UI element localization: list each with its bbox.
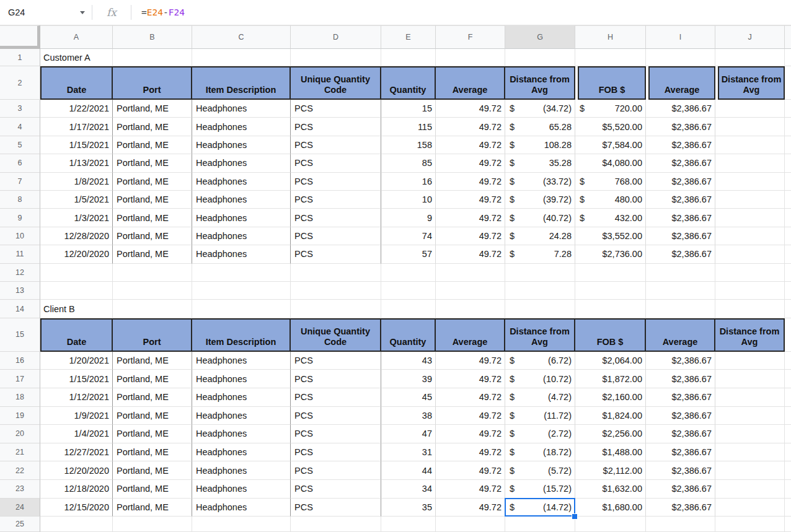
- cell-partial-14[interactable]: [785, 300, 791, 318]
- cell-E13[interactable]: [381, 282, 436, 300]
- cell-J17[interactable]: [715, 370, 785, 388]
- column-header-D[interactable]: D: [291, 25, 381, 49]
- cell-F18[interactable]: 49.72: [436, 388, 505, 407]
- row-header-16[interactable]: 16: [0, 352, 40, 370]
- cell-partial-10[interactable]: [785, 227, 791, 245]
- cell-I10[interactable]: $2,386.67: [646, 227, 715, 245]
- cell-partial-24[interactable]: [785, 499, 791, 517]
- cell-F12[interactable]: [436, 264, 505, 282]
- cell-E3[interactable]: 15: [381, 100, 436, 118]
- cell-D9[interactable]: PCS: [291, 209, 381, 227]
- cell-C6[interactable]: Headphones: [192, 154, 291, 172]
- row-header-24[interactable]: 24: [0, 499, 40, 517]
- cell-I16[interactable]: $2,386.67: [646, 352, 715, 370]
- cell-C17[interactable]: Headphones: [192, 370, 291, 388]
- cell-F21[interactable]: 49.72: [436, 443, 505, 462]
- cell-B11[interactable]: Portland, ME: [113, 245, 192, 263]
- cell-I3[interactable]: $2,386.67: [646, 100, 715, 118]
- cell-E12[interactable]: [381, 264, 436, 282]
- cell-partial-17[interactable]: [785, 370, 791, 388]
- cell-B6[interactable]: Portland, ME: [113, 154, 192, 172]
- cell-E6[interactable]: 85: [381, 154, 436, 172]
- cell-partial-9[interactable]: [785, 209, 791, 227]
- cell-J4[interactable]: [715, 118, 785, 136]
- cell-H5[interactable]: $7,584.00: [575, 136, 646, 154]
- cell-H21[interactable]: $1,488.00: [575, 443, 646, 462]
- cell-J22[interactable]: [715, 461, 785, 480]
- cell-C9[interactable]: Headphones: [192, 209, 291, 227]
- cell-partial-6[interactable]: [785, 154, 791, 172]
- cell-C10[interactable]: Headphones: [192, 227, 291, 245]
- cell-G22[interactable]: $(5.72): [505, 461, 575, 480]
- cell-D6[interactable]: PCS: [291, 154, 381, 172]
- cell-E1[interactable]: [381, 49, 436, 66]
- cell-A16[interactable]: 1/20/2021: [40, 352, 113, 370]
- cell-H13[interactable]: [575, 282, 646, 300]
- cell-J24[interactable]: [715, 499, 785, 517]
- cell-H4[interactable]: $5,520.00: [575, 118, 646, 136]
- cell-I8[interactable]: $2,386.67: [646, 191, 715, 209]
- row-header-2[interactable]: 2: [0, 66, 40, 100]
- cell-G16[interactable]: $(6.72): [505, 352, 575, 370]
- cell-I6[interactable]: $2,386.67: [646, 154, 715, 172]
- cell-J12[interactable]: [715, 264, 785, 282]
- row-header-12[interactable]: 12: [0, 264, 40, 282]
- cell-G9[interactable]: $(40.72): [505, 209, 575, 227]
- cell-H18[interactable]: $2,160.00: [575, 388, 646, 407]
- cell-A8[interactable]: 1/5/2021: [40, 191, 113, 209]
- cell-A7[interactable]: 1/8/2021: [40, 173, 113, 191]
- cell-D10[interactable]: PCS: [291, 227, 381, 245]
- cell-H6[interactable]: $4,080.00: [575, 154, 646, 172]
- cell-A25[interactable]: [40, 517, 113, 532]
- cell-partial-11[interactable]: [785, 245, 791, 263]
- cell-J14[interactable]: [715, 300, 785, 318]
- cell-F16[interactable]: 49.72: [436, 352, 505, 370]
- column-header-H[interactable]: H: [575, 25, 646, 49]
- cell-I11[interactable]: $2,386.67: [646, 245, 715, 263]
- cell-partial-22[interactable]: [785, 461, 791, 480]
- cell-J23[interactable]: [715, 480, 785, 499]
- cell-H19[interactable]: $1,824.00: [575, 407, 646, 425]
- cell-E11[interactable]: 57: [381, 245, 436, 263]
- cell-D8[interactable]: PCS: [291, 191, 381, 209]
- cell-G8[interactable]: $(39.72): [505, 191, 575, 209]
- cell-I21[interactable]: $2,386.67: [646, 443, 715, 462]
- cell-F23[interactable]: 49.72: [436, 480, 505, 499]
- cell-E16[interactable]: 43: [381, 352, 436, 370]
- cell-D14[interactable]: [291, 300, 381, 318]
- cell-D18[interactable]: PCS: [291, 388, 381, 407]
- cell-I17[interactable]: $2,386.67: [646, 370, 715, 388]
- cell-E10[interactable]: 74: [381, 227, 436, 245]
- cell-partial-15[interactable]: [785, 318, 791, 352]
- cell-partial-7[interactable]: [785, 173, 791, 191]
- row-header-8[interactable]: 8: [0, 191, 40, 209]
- cell-F2[interactable]: Average: [436, 66, 505, 100]
- cell-E2[interactable]: Quantity: [381, 66, 436, 100]
- cell-D17[interactable]: PCS: [291, 370, 381, 388]
- cell-D4[interactable]: PCS: [291, 118, 381, 136]
- cell-H16[interactable]: $2,064.00: [575, 352, 646, 370]
- cell-G14[interactable]: [505, 300, 575, 318]
- cell-E22[interactable]: 44: [381, 461, 436, 480]
- cell-partial-21[interactable]: [785, 443, 791, 462]
- cell-B15[interactable]: Port: [113, 318, 192, 352]
- cell-C25[interactable]: [192, 517, 291, 532]
- cell-B10[interactable]: Portland, ME: [113, 227, 192, 245]
- column-header-I[interactable]: I: [646, 25, 715, 49]
- cell-C8[interactable]: Headphones: [192, 191, 291, 209]
- cell-B18[interactable]: Portland, ME: [113, 388, 192, 407]
- column-header-A[interactable]: A: [40, 25, 113, 49]
- cell-partial-19[interactable]: [785, 407, 791, 425]
- cell-A21[interactable]: 12/27/2021: [40, 443, 113, 462]
- cell-A17[interactable]: 1/15/2021: [40, 370, 113, 388]
- cell-J1[interactable]: [715, 49, 785, 66]
- cell-H2[interactable]: FOB $: [578, 66, 646, 100]
- cell-F11[interactable]: 49.72: [436, 245, 505, 263]
- cell-J3[interactable]: [715, 100, 785, 118]
- cell-H23[interactable]: $1,632.00: [575, 480, 646, 499]
- cell-H10[interactable]: $3,552.00: [575, 227, 646, 245]
- row-header-15[interactable]: 15: [0, 318, 40, 352]
- row-header-13[interactable]: 13: [0, 282, 40, 300]
- cell-B17[interactable]: Portland, ME: [113, 370, 192, 388]
- cell-C18[interactable]: Headphones: [192, 388, 291, 407]
